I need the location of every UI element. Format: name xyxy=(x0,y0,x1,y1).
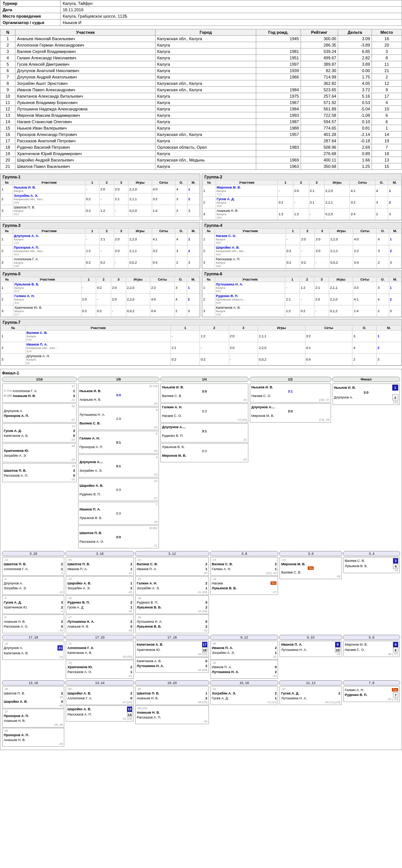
group-player-rating: 400 xyxy=(216,253,284,256)
player-num: 21 xyxy=(0,163,15,170)
player-rating: 523.65 xyxy=(301,87,338,93)
player-num: 8 xyxy=(0,80,15,87)
group-block: Группа-5 №Участник123ИгрыСетыО.М. 1 Лукь… xyxy=(0,270,200,317)
player-city: Калуга xyxy=(156,61,256,68)
table-row: 10 Капитанов Александр Витальевич Калуга… xyxy=(0,93,402,100)
group-player-city: Калуга xyxy=(27,335,170,338)
player-city: Калуга xyxy=(156,74,256,80)
match-r2-2: Длупунов А.... 3:0 Миронов М. В. [19] -3… xyxy=(250,403,331,423)
group-player-city: Орловская область... xyxy=(216,298,284,301)
player-num: 1 xyxy=(0,36,15,42)
consol-17-20: 17..20 xyxy=(65,635,134,640)
player-city: Калужская обл., Калуга xyxy=(156,80,256,87)
match-c4: -6 Ананьев Н. В.2 Рассказов А. О.0 -25 xyxy=(2,614,64,633)
player-year: 1984 xyxy=(256,87,301,93)
match-final-1: Ныьков И. В. 1 3:0 Длупунов А. 2 [20] xyxy=(332,383,400,405)
player-place: 4 xyxy=(372,100,402,106)
player-place: 10 xyxy=(372,106,402,112)
group-player-city: Калужская обл., Ме... xyxy=(216,249,284,253)
player-name: Иванов Павел Александрович xyxy=(15,87,156,93)
match-d4: Капитанов А. В. 17 Храпченков Ю. 18 -44 … xyxy=(135,641,209,657)
player-place: 12 xyxy=(372,80,402,87)
player-rating: 722.58 xyxy=(301,112,338,119)
match-r8-6: 7 Иванов П. А. 0:3 Лукьянов В. Б. -26 xyxy=(78,502,159,525)
player-delta: 0.81 xyxy=(338,125,372,131)
player-year: 1984 xyxy=(256,106,301,112)
col-n: N xyxy=(0,29,15,36)
player-place: 3 xyxy=(372,48,402,55)
consol-3-12: 3..12 xyxy=(135,551,209,556)
group-player-rating: 401 xyxy=(14,253,84,256)
player-num: 2 xyxy=(0,42,15,48)
group-block: Группа-4 №Участник123ИгрыСетыО.М. 1 Нага… xyxy=(202,222,402,269)
table-row: 21 Шваπов Павел Васильевич Калуга 1963 3… xyxy=(0,163,402,170)
group-player-name: Шваπов П. В. xyxy=(14,205,84,209)
match-c7: -16 Руденко В. П.2 Гусев А. Д.1 -42 xyxy=(66,595,134,614)
match-r16-3: 13 Гусев А. Д.3 Капитанов А. Б.0 -23 xyxy=(2,423,77,442)
player-name: Зограбян Ашот Эрнстович xyxy=(15,80,156,87)
match-c5: -50 Шваπов П. В.2 Иванов П. А.1 -12 xyxy=(66,557,134,576)
player-year: 1957 xyxy=(256,131,301,138)
groups-section: Группа-1 №Участник123ИгрыСетыО.М. 1 Ныьк… xyxy=(0,174,402,366)
group-title: Группа-1 xyxy=(0,174,200,180)
col-rating: Рейтинг xyxy=(301,29,338,36)
player-delta: 4.05 xyxy=(338,80,372,87)
group-player-city: Калужская обл., Кал... xyxy=(27,346,170,350)
group-player-rating: 390 xyxy=(217,204,277,208)
organizer-label: Организатор / судья xyxy=(0,20,60,26)
match-c12: -19 Лутошкина Н. А.0 Лукьянов В. Б.2 -33 xyxy=(135,614,209,633)
player-delta: 3.89 xyxy=(338,61,372,68)
match-r16-4: 19 Храпченков Ю. Зограбян А. Э. -24 xyxy=(2,443,77,462)
venue-label: Место проведения xyxy=(0,13,60,20)
player-city: Калуга xyxy=(156,163,256,170)
player-num: 11 xyxy=(0,100,15,106)
match-r4-2: Галкин А. Н. 0:3 Нагаев С. О. -15 [30] xyxy=(160,403,248,423)
player-num: 4 xyxy=(0,55,15,61)
player-year: 1966 xyxy=(256,74,301,80)
group-player-rating: 369 xyxy=(14,201,84,204)
players-table: N Участник Город Год рожд. Рейтинг Дельт… xyxy=(0,29,402,170)
match-e6: -45 Шваπов П. В.1 Ананьев Н. В.2 -48 [15… xyxy=(135,686,209,705)
consol-9-10: 9..10 xyxy=(279,635,342,640)
player-city: Калуга xyxy=(156,93,256,100)
group-player-rating: 539 xyxy=(27,338,170,341)
group-player-rating: 723 xyxy=(217,193,277,196)
player-name: Лутошкина Надежда Александровна xyxy=(15,106,156,112)
player-rating: 499.67 xyxy=(301,55,338,61)
round-r2: 1/2 xyxy=(249,377,331,382)
match-c1: -13 Шваπов П. В.2 Аллопонов Г. А.1 -1 xyxy=(2,557,64,576)
player-rating: 594.57 xyxy=(301,119,338,125)
group-row: 1 Лутошкина Н. А. Калуга 562 - 1:2 2:1 2… xyxy=(203,282,402,294)
group-player-rating: 351 xyxy=(14,213,84,216)
player-year: 1945 xyxy=(256,36,301,42)
match-r16-5: 15 Шваπов П. В.3 Рассказов А. О.0 -25 xyxy=(2,463,77,482)
organizer-value: Ныьков И xyxy=(60,20,402,26)
group-player-name: Зограбян А. Э. xyxy=(14,194,84,198)
consol-13-14: 13..14 xyxy=(65,680,134,685)
match-c13: -19 Валяев С. В.2 Галкин А. Н.1 [21] -34 xyxy=(210,557,278,576)
col-city: Город xyxy=(156,29,256,36)
player-year: 1951 xyxy=(256,55,301,61)
player-year: 1981 xyxy=(256,48,301,55)
col-place: Место xyxy=(372,29,402,36)
player-num: 7 xyxy=(0,74,15,80)
group-player-city: Калуга xyxy=(14,238,84,241)
group-player-name: Аллопонов Г. А. xyxy=(14,257,84,261)
table-row: 1 Ананьев Николай Васильевич Калужская о… xyxy=(0,36,402,42)
group-row: 3 Ананьев Н. В. Калуга 300 1:2 1:2 - 0,2… xyxy=(203,208,402,220)
player-name: Руденко Василий Петрович xyxy=(15,144,156,151)
consol-15-16: 15..16 xyxy=(210,680,279,685)
player-num: 5 xyxy=(0,61,15,68)
table-row: 13 Миронов Максим Владимирович Калуга 19… xyxy=(0,112,402,119)
group-player-city: Калуга xyxy=(216,238,284,241)
group-player-city: Калуга xyxy=(216,261,284,264)
group-row: 3 Шваπов П. В. Калуга 351 0:2 1:2 - 0,2,… xyxy=(1,205,200,217)
player-num: 20 xyxy=(0,157,15,163)
group-block: Группа-6 №Участник123ИгрыСетыО.М. 1 Луто… xyxy=(202,270,402,317)
match-e9: -42 Гусев А. Д.2 Лутошкина Н. А. -34 [11… xyxy=(280,686,342,705)
player-delta: -0.18 xyxy=(338,138,372,144)
player-year: 1997 xyxy=(256,61,301,68)
player-num: 6 xyxy=(0,68,15,74)
player-delta: -3.89 xyxy=(338,42,372,48)
group-player-rating: 524 xyxy=(27,350,170,353)
